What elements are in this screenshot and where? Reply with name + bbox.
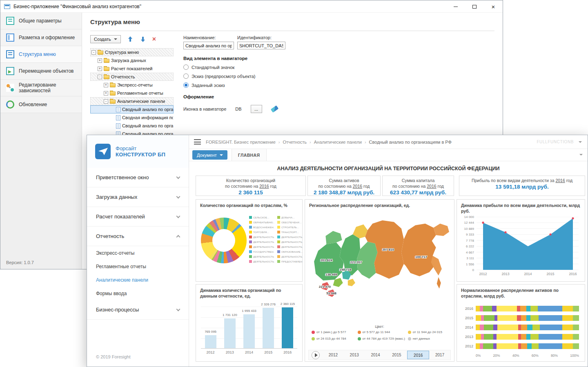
nav-group[interactable]: Бизнес-процессы: [87, 300, 189, 320]
nav-item[interactable]: Аналитические панели: [87, 273, 189, 287]
kpi-year-link[interactable]: 2016: [353, 184, 362, 189]
bar-segment[interactable]: [480, 306, 483, 311]
bar[interactable]: [263, 308, 274, 348]
bar-segment[interactable]: [526, 306, 530, 311]
bar-segment[interactable]: [476, 334, 481, 340]
breadcrumb-item[interactable]: Аналитические панели: [314, 140, 362, 145]
tab-home[interactable]: ГЛАВНАЯ: [232, 149, 267, 161]
sidebar-item-menu[interactable]: Структура меню: [0, 46, 82, 63]
bar-segment[interactable]: [476, 306, 480, 311]
play-button-icon[interactable]: [312, 351, 320, 359]
bar-segment[interactable]: [530, 315, 539, 321]
area-series[interactable]: [483, 218, 573, 270]
bar-segment[interactable]: [483, 306, 492, 311]
bar-segment[interactable]: [481, 315, 484, 321]
bar-segment[interactable]: [562, 306, 572, 311]
tree-expander-icon[interactable]: +: [104, 91, 108, 96]
map-region[interactable]: [325, 231, 342, 244]
tree-item[interactable]: Сводный анализ по орган: [90, 122, 174, 130]
radio-button[interactable]: [183, 73, 189, 79]
bar-segment[interactable]: [493, 334, 497, 340]
bar-segment[interactable]: [532, 343, 539, 349]
radio-button[interactable]: [183, 82, 189, 88]
nav-group[interactable]: Расчет показателей: [87, 207, 189, 227]
bar[interactable]: [243, 314, 255, 348]
document-menu-button[interactable]: Документ: [192, 150, 227, 160]
bar-segment[interactable]: [540, 325, 563, 330]
nav-item[interactable]: Формы ввода: [87, 287, 189, 300]
kpi-year-link[interactable]: 2016: [427, 184, 436, 189]
bar-segment[interactable]: [562, 325, 572, 330]
map-region[interactable]: [434, 224, 449, 236]
bar-segment[interactable]: [539, 343, 562, 349]
bar-segment[interactable]: [481, 334, 484, 340]
titlebar[interactable]: Бизнес-приложение "Финансовый анализ кон…: [0, 0, 503, 13]
bar-segment[interactable]: [484, 315, 494, 321]
donut-chart[interactable]: [201, 218, 247, 263]
timeline-year[interactable]: 2012: [323, 351, 344, 359]
bar-segment[interactable]: [484, 325, 493, 330]
map-region[interactable]: [401, 224, 436, 276]
bar-segment[interactable]: [494, 315, 498, 321]
bar-segment[interactable]: [476, 315, 481, 321]
tree-item[interactable]: +Регламентные отчеты: [90, 89, 174, 97]
bar-segment[interactable]: [521, 325, 527, 330]
bar-segment[interactable]: [573, 306, 579, 311]
toolbar-collapse-chevron-icon[interactable]: [579, 154, 583, 156]
delete-button[interactable]: ×: [152, 36, 156, 42]
bar-segment[interactable]: [497, 315, 517, 321]
move-down-button[interactable]: [140, 36, 146, 42]
user-menu-chevron-icon[interactable]: [579, 141, 582, 143]
close-button[interactable]: ×: [484, 0, 503, 13]
bar[interactable]: [224, 318, 236, 348]
tree-item[interactable]: -Аналитические панели: [90, 97, 174, 105]
timeline-year[interactable]: 2015: [386, 351, 407, 359]
hamburger-menu-icon[interactable]: [194, 139, 201, 145]
bar-segment[interactable]: [521, 334, 526, 340]
bar-segment[interactable]: [539, 334, 562, 340]
bar-segment[interactable]: [562, 315, 572, 321]
tree-item[interactable]: Сводная информация по о: [90, 113, 174, 122]
identifier-input[interactable]: [237, 42, 285, 49]
bar-segment[interactable]: [497, 325, 518, 330]
tree-expander-icon[interactable]: +: [98, 58, 102, 63]
nav-group[interactable]: Приветственное окно: [87, 168, 189, 187]
nav-item[interactable]: Экспресс-отчеты: [87, 246, 189, 260]
sidebar-item-refresh[interactable]: Обновление: [0, 96, 82, 113]
radio-option[interactable]: Эскиз (предпросмотр объекта): [183, 73, 494, 79]
bar-segment[interactable]: [493, 325, 497, 330]
tree-item[interactable]: Сводный анализ по орган: [90, 105, 174, 113]
bar-segment[interactable]: [526, 315, 530, 321]
tree-item[interactable]: +Загрузка данных: [90, 56, 174, 65]
sidebar-item-deps[interactable]: Редактирование зависимостей: [0, 80, 82, 96]
bar-segment[interactable]: [562, 334, 572, 340]
bar-segment[interactable]: [526, 334, 530, 340]
minimize-button[interactable]: [446, 0, 465, 13]
bar-segment[interactable]: [497, 343, 518, 349]
move-up-button[interactable]: [127, 36, 134, 42]
bar[interactable]: [282, 307, 293, 348]
nav-group[interactable]: Загрузка данных: [87, 187, 189, 207]
bar-segment[interactable]: [527, 325, 532, 330]
bar-segment[interactable]: [539, 315, 562, 321]
tree-item[interactable]: -Структура меню: [90, 48, 174, 56]
tree-expander-icon[interactable]: -: [104, 99, 108, 104]
bar-segment[interactable]: [518, 343, 521, 349]
bar-segment[interactable]: [562, 343, 572, 349]
bar-segment[interactable]: [527, 343, 531, 349]
bar-segment[interactable]: [476, 343, 480, 349]
tree-expander-icon[interactable]: +: [98, 67, 102, 71]
kpi-year-link[interactable]: 2016: [259, 184, 269, 189]
tree-expander-icon[interactable]: +: [104, 83, 108, 87]
breadcrumb-item[interactable]: FORESIGHT. Бизнес приложение: [206, 140, 276, 145]
bar-segment[interactable]: [517, 306, 520, 311]
map-region[interactable]: [348, 279, 355, 286]
breadcrumb-item[interactable]: Сводный анализ по организациям в РФ: [369, 140, 452, 145]
bar-segment[interactable]: [476, 325, 480, 330]
bar-segment[interactable]: [573, 315, 579, 321]
browse-button[interactable]: ...: [251, 105, 262, 113]
eraser-icon[interactable]: [270, 105, 278, 113]
timeline-year[interactable]: 2013: [344, 351, 365, 359]
logo-block[interactable]: Форсайт КОНСТРУКТОР БП: [87, 135, 189, 168]
bar-segment[interactable]: [520, 306, 526, 311]
